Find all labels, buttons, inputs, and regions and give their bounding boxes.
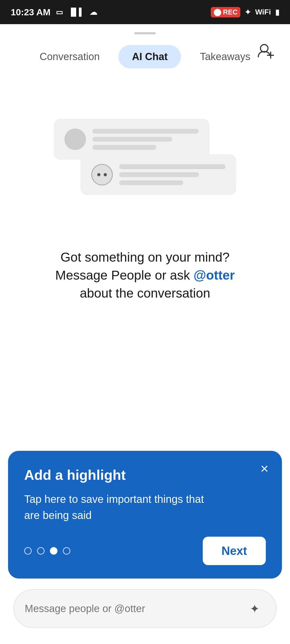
main-description: Got something on your mind? Message Peop… [21, 248, 269, 302]
add-user-button[interactable] [255, 40, 277, 62]
status-right: ⬤ REC ✦ WiFi ▮ [211, 7, 279, 17]
battery-status-icon: ▮ [275, 8, 279, 17]
message-input[interactable] [25, 603, 238, 614]
avatar-bottom [91, 164, 113, 185]
close-button[interactable]: × [260, 462, 269, 475]
main-text-line1: Got something on your mind? [60, 250, 230, 264]
tab-ai-chat[interactable]: AI Chat [118, 45, 181, 68]
dot-2 [37, 547, 45, 555]
text-lines-top [92, 129, 199, 150]
tab-conversation[interactable]: Conversation [26, 45, 113, 68]
highlight-card: × Add a highlight Tap here to save impor… [8, 451, 282, 579]
wifi-icon: WiFi [255, 8, 271, 16]
eye-left [97, 173, 100, 176]
main-text-area: Got something on your mind? Message Peop… [0, 237, 290, 313]
text-line [92, 129, 199, 134]
signal-icon: ▐▌▌ [68, 8, 84, 16]
text-line [119, 172, 199, 177]
dot-4 [63, 547, 70, 555]
text-line [119, 180, 183, 185]
highlight-card-footer: Next [24, 537, 266, 565]
text-line [119, 164, 226, 169]
rec-label: REC [223, 8, 238, 16]
chat-bubble-bottom [81, 154, 236, 195]
highlight-card-title: Add a highlight [24, 467, 266, 483]
avatar-eyes [97, 173, 107, 176]
status-time: 10:23 AM [11, 7, 50, 17]
svg-point-0 [260, 45, 268, 52]
text-line [92, 145, 156, 150]
dot-1 [24, 547, 32, 555]
add-user-icon [258, 43, 274, 58]
tab-takeaways[interactable]: Takeaways [186, 45, 264, 68]
cloud-icon: ☁ [90, 8, 97, 17]
highlight-card-description: Tap here to save important things that a… [24, 491, 218, 523]
text-line [92, 137, 172, 142]
battery-icon: ▭ [56, 8, 63, 17]
sparkle-icon: ✦ [250, 602, 260, 616]
message-input-container: ✦ [13, 589, 277, 628]
avatar-top [64, 129, 86, 150]
recording-indicator: ⬤ REC [211, 7, 240, 17]
eye-right [104, 173, 107, 176]
message-input-area: ✦ [0, 579, 290, 644]
rec-dot: ⬤ [213, 8, 221, 16]
main-text-line3: about the conversation [80, 286, 210, 300]
bluetooth-icon: ✦ [245, 8, 251, 17]
dot-3 [50, 547, 57, 555]
sparkle-button[interactable]: ✦ [244, 598, 265, 619]
text-lines-bottom [119, 164, 226, 185]
main-container: Conversation AI Chat Takeaways [0, 24, 290, 644]
dots-indicator [24, 547, 70, 555]
main-text-line2: Message People or ask [55, 268, 190, 282]
otter-mention: @otter [194, 268, 235, 282]
tab-bar: Conversation AI Chat Takeaways [0, 40, 290, 76]
next-button[interactable]: Next [203, 537, 266, 565]
status-bar: 10:23 AM ▭ ▐▌▌ ☁ ⬤ REC ✦ WiFi ▮ [0, 0, 290, 24]
drag-handle-container [0, 24, 290, 40]
drag-handle[interactable] [134, 32, 156, 34]
illustration-area [0, 76, 290, 237]
chat-illustration [54, 119, 236, 195]
chat-bubble-top [54, 119, 209, 160]
status-left: 10:23 AM ▭ ▐▌▌ ☁ [11, 7, 97, 17]
